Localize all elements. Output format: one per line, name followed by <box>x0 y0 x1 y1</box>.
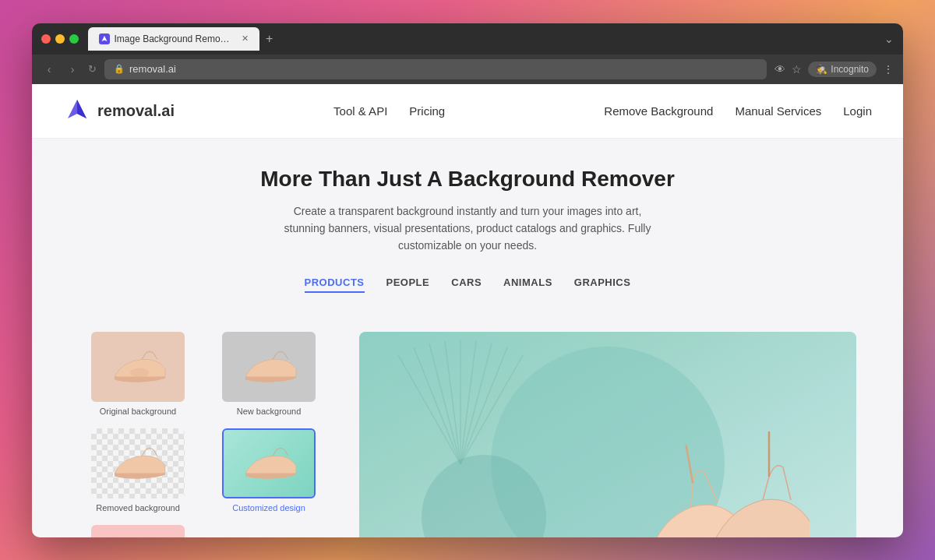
main-preview-image <box>359 332 856 537</box>
shoe-icon-removed <box>107 440 169 487</box>
close-button[interactable] <box>41 34 51 44</box>
browser-actions: 👁 ☆ 🕵️ Incognito ⋮ <box>774 62 894 77</box>
thumb-customized-bg[interactable] <box>222 428 316 498</box>
shoe-container-removed <box>91 428 185 498</box>
shoe-icon-pink <box>107 537 169 537</box>
menu-icon[interactable]: ⋮ <box>883 63 894 76</box>
address-bar[interactable]: 🔒 removal.ai <box>104 59 767 79</box>
list-item: Removed background <box>79 428 197 512</box>
incognito-label: Incognito <box>831 64 869 75</box>
chevron-down-icon[interactable]: ⌄ <box>884 33 894 45</box>
new-tab-button[interactable]: + <box>266 32 273 46</box>
logo-area[interactable]: removal.ai <box>63 97 175 125</box>
minimize-button[interactable] <box>55 34 65 44</box>
active-tab[interactable]: Image Background Remover | ✕ <box>88 27 259 51</box>
thumb-new-label: New background <box>237 407 302 416</box>
address-bar-area: ‹ › ↻ 🔒 removal.ai 👁 ☆ 🕵️ Incognito ⋮ <box>32 55 903 84</box>
refresh-button[interactable]: ↻ <box>88 63 97 75</box>
back-button[interactable]: ‹ <box>41 63 57 76</box>
svg-line-3 <box>429 343 460 464</box>
shoe-icon-customized <box>238 440 300 487</box>
logo-text: removal.ai <box>97 102 175 120</box>
tab-favicon <box>99 33 110 44</box>
svg-point-0 <box>130 368 149 377</box>
product-area: Original background New backgroun <box>32 324 903 537</box>
url-text: removal.ai <box>129 63 176 75</box>
nav-pricing[interactable]: Pricing <box>409 104 445 118</box>
tab-graphics[interactable]: GRAPHICS <box>574 276 631 293</box>
tab-animals[interactable]: ANIMALS <box>503 276 552 293</box>
nav-tool-api[interactable]: Tool & API <box>333 104 387 118</box>
nav-right-links: Remove Background Manual Services Login <box>604 104 872 118</box>
tab-area: Image Background Remover | ✕ + <box>88 27 884 51</box>
thumb-original-bg[interactable] <box>91 332 185 402</box>
thumb-customized-label: Customized design <box>232 503 305 512</box>
tab-cars[interactable]: CARS <box>451 276 482 293</box>
nav-left-links: Tool & API Pricing <box>333 104 445 118</box>
list-item: Original background <box>79 332 197 416</box>
svg-line-1 <box>398 355 460 464</box>
incognito-button[interactable]: 🕵️ Incognito <box>808 62 877 77</box>
tab-close-icon[interactable]: ✕ <box>242 33 249 44</box>
shoe-container-new <box>222 332 316 402</box>
thumb-new-bg[interactable] <box>222 332 316 402</box>
shoe-container-pink <box>91 525 185 537</box>
shoe-icon-new <box>238 343 300 390</box>
thumb-pink-bg[interactable] <box>91 525 185 537</box>
nav-login[interactable]: Login <box>843 104 872 118</box>
svg-line-7 <box>460 343 492 464</box>
browser-titlebar: Image Background Remover | ✕ + ⌄ <box>32 23 903 55</box>
thumbnail-grid: Original background New backgroun <box>79 332 328 537</box>
list-item <box>79 525 197 537</box>
eye-slash-icon: 👁 <box>774 63 785 76</box>
list-item: Customized design <box>210 428 328 512</box>
logo-icon <box>63 97 91 125</box>
main-shoe-image <box>607 393 810 537</box>
tab-people[interactable]: PEOPLE <box>386 276 430 293</box>
hero-section: More Than Just A Background Remover Crea… <box>32 139 903 324</box>
thumb-original-label: Original background <box>100 407 176 416</box>
star-icon[interactable]: ☆ <box>792 63 802 76</box>
page-content: removal.ai Tool & API Pricing Remove Bac… <box>32 84 903 537</box>
tab-products[interactable]: PRODUCTS <box>305 276 365 293</box>
browser-window: Image Background Remover | ✕ + ⌄ ‹ › ↻ 🔒… <box>32 23 903 537</box>
maximize-button[interactable] <box>69 34 79 44</box>
forward-button[interactable]: › <box>65 63 80 76</box>
site-navigation: removal.ai Tool & API Pricing Remove Bac… <box>32 84 903 139</box>
lock-icon: 🔒 <box>114 64 125 74</box>
shoe-icon <box>107 343 169 390</box>
nav-remove-background[interactable]: Remove Background <box>604 104 713 118</box>
thumb-removed-label: Removed background <box>96 503 180 512</box>
shoe-container-customized <box>224 430 314 497</box>
thumb-removed-bg[interactable] <box>91 428 185 498</box>
nav-manual-services[interactable]: Manual Services <box>735 104 821 118</box>
tab-title: Image Background Remover | <box>115 33 235 44</box>
traffic-lights <box>41 34 79 44</box>
category-tabs: PRODUCTS PEOPLE CARS ANIMALS GRAPHICS <box>63 276 872 308</box>
list-item: New background <box>210 332 328 416</box>
shoe-container-original <box>91 332 185 402</box>
hero-title: More Than Just A Background Remover <box>63 167 872 192</box>
incognito-icon: 🕵️ <box>816 64 827 75</box>
hero-subtitle: Create a transparent background instantl… <box>273 203 662 255</box>
